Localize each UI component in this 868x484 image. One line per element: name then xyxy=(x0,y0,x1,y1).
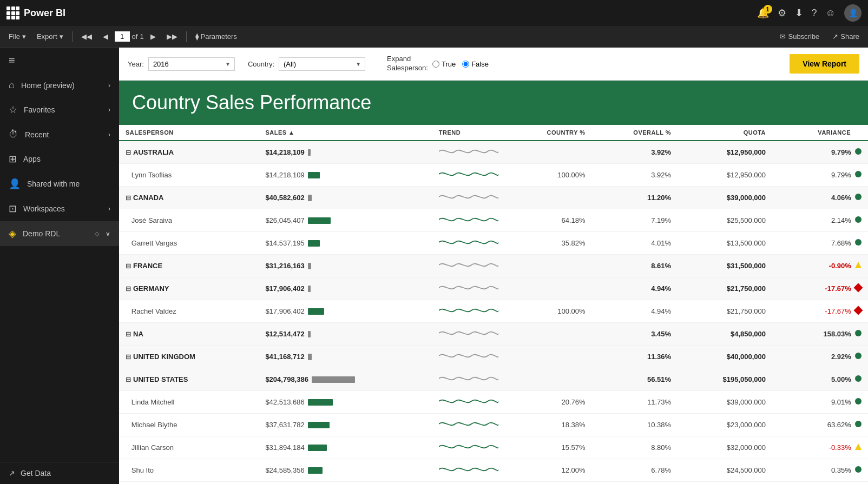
indicator-green xyxy=(855,375,862,382)
cell-overall-pct: 7.19% xyxy=(592,209,678,232)
page-total-text: 1 xyxy=(140,32,143,41)
chevron-down-icon: ∨ xyxy=(106,230,110,237)
country-select[interactable]: (All) Australia Canada France Germany Un… xyxy=(279,57,365,71)
country-select-wrapper: (All) Australia Canada France Germany Un… xyxy=(279,57,365,71)
cell-trend xyxy=(432,209,505,232)
cell-quota: $21,750,000 xyxy=(678,277,772,300)
year-select[interactable]: 2015 2016 2017 xyxy=(148,57,235,71)
sidebar-toggle[interactable]: ≡ xyxy=(0,48,119,73)
page-number-input[interactable]: 1 xyxy=(115,31,130,42)
cell-country-pct xyxy=(505,255,592,277)
col-country-pct: COUNTRY % xyxy=(505,125,592,141)
cell-overall-pct: 3.92% xyxy=(592,164,678,187)
expand-true-radio[interactable] xyxy=(432,61,439,68)
sidebar: ≡ ⌂ Home (preview) › ☆ Favorites › ⏱ Rec… xyxy=(0,48,119,484)
cell-variance: -0.90% xyxy=(772,255,868,277)
cell-quota: $12,950,000 xyxy=(678,164,772,187)
cell-variance: 2.92% xyxy=(772,346,868,368)
export-chevron-icon: ▾ xyxy=(60,32,63,41)
cell-salesperson: ⊟UNITED STATES xyxy=(119,368,259,391)
filter-icon: ⧫ xyxy=(195,32,199,41)
cell-sales: $17,906,402 xyxy=(259,300,432,323)
cell-trend xyxy=(432,232,505,255)
cell-overall-pct: 8.80% xyxy=(592,436,678,459)
year-select-wrapper: 2015 2016 2017 xyxy=(148,57,235,71)
report-title: Country Sales Performance xyxy=(132,91,855,114)
notifications-icon[interactable]: 🔔 1 xyxy=(757,7,769,19)
view-report-button[interactable]: View Report xyxy=(790,54,859,74)
table-header-row: SALESPERSON SALES ▲ TREND COUNTRY % OVER… xyxy=(119,125,868,141)
last-page-button[interactable]: ▶▶ xyxy=(162,30,182,43)
cell-salesperson: ⊟AUSTRALIA xyxy=(119,141,259,164)
file-button[interactable]: File ▾ xyxy=(4,30,30,43)
help-icon[interactable]: ? xyxy=(812,8,817,19)
expand-true-option[interactable]: True xyxy=(432,60,456,68)
cell-sales: $24,585,356 xyxy=(259,459,432,482)
chevron-right-icon: › xyxy=(108,205,110,213)
sidebar-item-shared[interactable]: 👤 Shared with me xyxy=(0,171,119,196)
col-sales[interactable]: SALES ▲ xyxy=(259,125,432,141)
cell-variance: 5.00% xyxy=(772,368,868,391)
download-icon[interactable]: ⬇ xyxy=(795,7,803,19)
cell-overall-pct: 4.94% xyxy=(592,300,678,323)
cell-trend xyxy=(432,414,505,436)
table-row: Shu Ito $24,585,356 12.00% 6.78% $24,500… xyxy=(119,459,868,482)
get-data-label: Get Data xyxy=(21,469,51,478)
expand-false-label: False xyxy=(471,60,489,68)
next-page-button[interactable]: ▶ xyxy=(146,30,160,43)
cell-salesperson: Michael Blythe xyxy=(119,414,259,436)
apps-icon: ⊞ xyxy=(9,153,17,165)
share-button[interactable]: ↗ Share xyxy=(828,30,864,43)
table-row: Jillian Carson $31,894,184 15.57% 8.80% … xyxy=(119,436,868,459)
sidebar-item-recent[interactable]: ⏱ Recent › xyxy=(0,122,119,147)
table-row: Michael Blythe $37,631,782 18.38% 10.38%… xyxy=(119,414,868,436)
cell-variance: -0.42% xyxy=(772,482,868,485)
cell-country-pct: 18.38% xyxy=(505,414,592,436)
expand-false-option[interactable]: False xyxy=(462,60,489,68)
toolbar-separator-2 xyxy=(186,31,187,42)
cell-salesperson: ⊟NA xyxy=(119,323,259,346)
indicator-diamond xyxy=(854,283,863,293)
cell-overall-pct: 3.92% xyxy=(592,141,678,164)
subscribe-button[interactable]: ✉ Subscribe xyxy=(775,30,824,43)
settings-icon[interactable]: ⚙ xyxy=(778,7,786,19)
table-row: Lynn Tsoflias $14,218,109 100.00% 3.92% … xyxy=(119,164,868,187)
col-overall-pct: OVERALL % xyxy=(592,125,678,141)
cell-variance: 9.79% xyxy=(772,141,868,164)
cell-sales: $14,218,109 xyxy=(259,141,432,164)
indicator-green xyxy=(855,148,862,155)
first-page-button[interactable]: ◀◀ xyxy=(77,30,96,43)
avatar[interactable]: 👤 xyxy=(844,4,862,22)
cell-sales: $12,514,472 xyxy=(259,323,432,346)
country-label: Country: xyxy=(248,60,274,68)
smiley-icon[interactable]: ☺ xyxy=(826,8,836,19)
year-label: Year: xyxy=(128,60,144,68)
cell-salesperson: Garrett Vargas xyxy=(119,232,259,255)
expand-false-radio[interactable] xyxy=(462,61,469,68)
cell-variance: -17.67% xyxy=(772,277,868,300)
cell-overall-pct: 6.39% xyxy=(592,482,678,485)
sidebar-item-apps[interactable]: ⊞ Apps xyxy=(0,147,119,171)
table-row: ⊟CANADA $40,582,602 11.20% $39,000,000 4… xyxy=(119,187,868,209)
sidebar-item-label: Recent xyxy=(25,130,102,139)
cell-salesperson: Shu Ito xyxy=(119,459,259,482)
notification-badge: 1 xyxy=(764,5,772,14)
file-chevron-icon: ▾ xyxy=(22,32,26,41)
waffle-icon[interactable] xyxy=(6,6,19,19)
sidebar-item-favorites[interactable]: ☆ Favorites › xyxy=(0,97,119,122)
cell-trend xyxy=(432,300,505,323)
cell-country-pct: 15.57% xyxy=(505,436,592,459)
table-row: ⊟NA $12,514,472 3.45% $4,850,000 158.03% xyxy=(119,323,868,346)
parameters-button[interactable]: ⧫ Parameters xyxy=(191,30,241,43)
cell-trend xyxy=(432,391,505,414)
cell-variance: 9.79% xyxy=(772,164,868,187)
export-button[interactable]: Export ▾ xyxy=(32,30,68,43)
cell-country-pct xyxy=(505,277,592,300)
sidebar-item-demo[interactable]: ◈ Demo RDL ◇ ∨ xyxy=(0,221,119,246)
get-data-button[interactable]: ↗ Get Data xyxy=(9,469,110,478)
cell-sales: $204,798,386 xyxy=(259,368,432,391)
cell-variance: -17.67% xyxy=(772,300,868,323)
sidebar-item-workspaces[interactable]: ⊡ Workspaces › xyxy=(0,196,119,221)
sidebar-item-home[interactable]: ⌂ Home (preview) › xyxy=(0,73,119,97)
prev-page-button[interactable]: ◀ xyxy=(98,30,113,43)
